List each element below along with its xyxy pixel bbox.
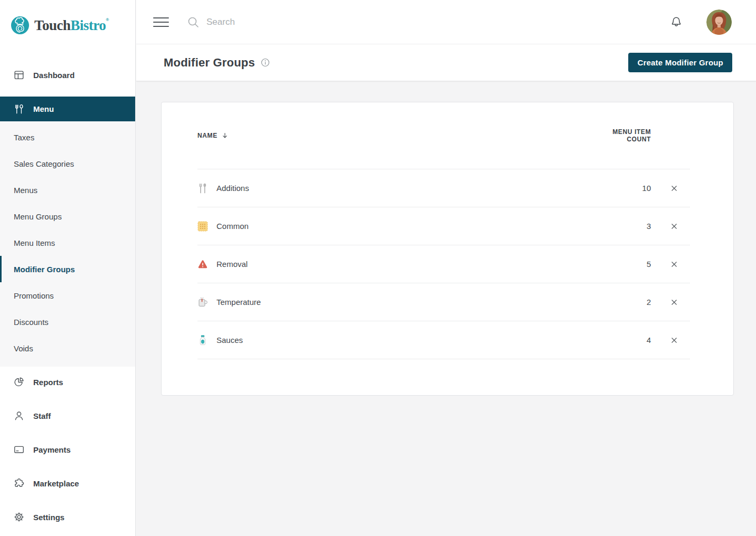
table-row[interactable]: Temperature 2 bbox=[197, 283, 690, 321]
sidebar-item-label: Reports bbox=[33, 378, 63, 387]
sidebar-item-label: Menu bbox=[33, 104, 54, 113]
search-icon bbox=[187, 16, 200, 28]
close-icon[interactable] bbox=[670, 184, 678, 193]
row-count: 4 bbox=[592, 336, 658, 344]
chef-hat-swirl-icon bbox=[11, 16, 30, 35]
topbar bbox=[136, 0, 756, 44]
warning-triangle-icon bbox=[197, 259, 208, 270]
table-row[interactable]: Common 3 bbox=[197, 207, 690, 245]
sidebar-item-settings[interactable]: Settings bbox=[0, 504, 135, 530]
menu-submenu: Taxes Sales Categories Menus Menu Groups… bbox=[0, 121, 135, 367]
marketplace-puzzle-icon bbox=[13, 477, 25, 489]
sidebar-item-label: Marketplace bbox=[33, 479, 79, 488]
sidebar-item-taxes[interactable]: Taxes bbox=[0, 124, 135, 150]
cracker-icon bbox=[197, 221, 208, 232]
sidebar-item-label: Settings bbox=[33, 513, 64, 522]
modifier-groups-card: NAME MENU ITEM COUNT bbox=[161, 102, 734, 396]
search-input[interactable] bbox=[206, 17, 669, 27]
column-header-name[interactable]: NAME bbox=[197, 132, 592, 139]
sidebar-nav: Dashboard Menu Taxes Sales Categories Me… bbox=[0, 62, 135, 530]
row-count: 3 bbox=[592, 222, 658, 231]
row-name: Common bbox=[216, 222, 592, 231]
sidebar-item-reports[interactable]: Reports bbox=[0, 369, 135, 395]
sidebar-item-modifier-groups[interactable]: Modifier Groups bbox=[0, 256, 135, 282]
payments-card-icon bbox=[13, 444, 25, 455]
sidebar-item-promotions[interactable]: Promotions bbox=[0, 282, 135, 309]
sidebar-item-discounts[interactable]: Discounts bbox=[0, 309, 135, 335]
sidebar-item-marketplace[interactable]: Marketplace bbox=[0, 471, 135, 496]
close-icon[interactable] bbox=[670, 260, 678, 269]
table-row[interactable]: Removal 5 bbox=[197, 245, 690, 283]
sidebar-item-label: Dashboard bbox=[33, 71, 74, 80]
row-name: Removal bbox=[216, 260, 592, 269]
dashboard-icon bbox=[13, 69, 25, 81]
sidebar-item-sales-categories[interactable]: Sales Categories bbox=[0, 150, 135, 177]
sidebar-item-voids[interactable]: Voids bbox=[0, 335, 135, 361]
table-header-row: NAME MENU ITEM COUNT bbox=[197, 102, 690, 169]
touchbistro-logo[interactable]: TouchBistro® bbox=[0, 0, 135, 35]
trademark: ® bbox=[106, 17, 109, 22]
sidebar: TouchBistro® Dashboard Menu Taxes Sales … bbox=[0, 0, 136, 536]
modifier-groups-table: NAME MENU ITEM COUNT bbox=[197, 102, 690, 359]
sidebar-item-menus[interactable]: Menus bbox=[0, 177, 135, 203]
table-row[interactable]: Additions 10 bbox=[197, 169, 690, 207]
create-modifier-group-button[interactable]: Create Modifier Group bbox=[628, 53, 732, 72]
bell-icon[interactable] bbox=[669, 15, 683, 29]
main-area: Modifier Groups Create Modifier Group NA… bbox=[136, 0, 756, 536]
temperature-mug-icon bbox=[197, 297, 208, 308]
arrow-down-icon bbox=[221, 132, 229, 139]
reports-pie-icon bbox=[13, 376, 25, 388]
row-count: 2 bbox=[592, 298, 658, 307]
row-count: 10 bbox=[592, 184, 658, 193]
page-header: Modifier Groups Create Modifier Group bbox=[136, 44, 756, 81]
brand-name: TouchBistro® bbox=[34, 17, 109, 34]
search-box bbox=[187, 16, 669, 28]
staff-person-icon bbox=[13, 410, 25, 422]
sidebar-item-label: Payments bbox=[33, 445, 71, 454]
sidebar-bottom-nav: Reports Staff Payments bbox=[0, 367, 135, 530]
row-name: Temperature bbox=[216, 298, 592, 307]
sidebar-item-payments[interactable]: Payments bbox=[0, 437, 135, 462]
row-name: Sauces bbox=[216, 336, 592, 344]
settings-gear-icon bbox=[13, 511, 25, 523]
silverware-icon bbox=[197, 183, 208, 194]
content-area: NAME MENU ITEM COUNT bbox=[136, 81, 756, 396]
hamburger-menu-icon[interactable] bbox=[153, 17, 169, 27]
column-header-menu-item-count: MENU ITEM COUNT bbox=[592, 128, 658, 143]
sidebar-item-menu[interactable]: Menu bbox=[0, 97, 135, 121]
table-row[interactable]: Sauces 4 bbox=[197, 321, 690, 359]
sidebar-item-staff[interactable]: Staff bbox=[0, 403, 135, 428]
avatar[interactable] bbox=[706, 9, 732, 35]
row-name: Additions bbox=[216, 184, 592, 193]
page-title: Modifier Groups bbox=[164, 56, 255, 70]
info-icon[interactable] bbox=[261, 58, 270, 67]
sidebar-item-label: Staff bbox=[33, 411, 51, 420]
sidebar-item-dashboard[interactable]: Dashboard bbox=[0, 62, 135, 88]
sidebar-item-menu-groups[interactable]: Menu Groups bbox=[0, 203, 135, 229]
row-count: 5 bbox=[592, 260, 658, 269]
menu-fork-spoon-icon bbox=[13, 103, 25, 115]
sidebar-item-menu-items[interactable]: Menu Items bbox=[0, 229, 135, 256]
close-icon[interactable] bbox=[670, 336, 678, 344]
close-icon[interactable] bbox=[670, 222, 678, 231]
close-icon[interactable] bbox=[670, 298, 678, 307]
sauce-bottle-icon bbox=[197, 335, 208, 346]
